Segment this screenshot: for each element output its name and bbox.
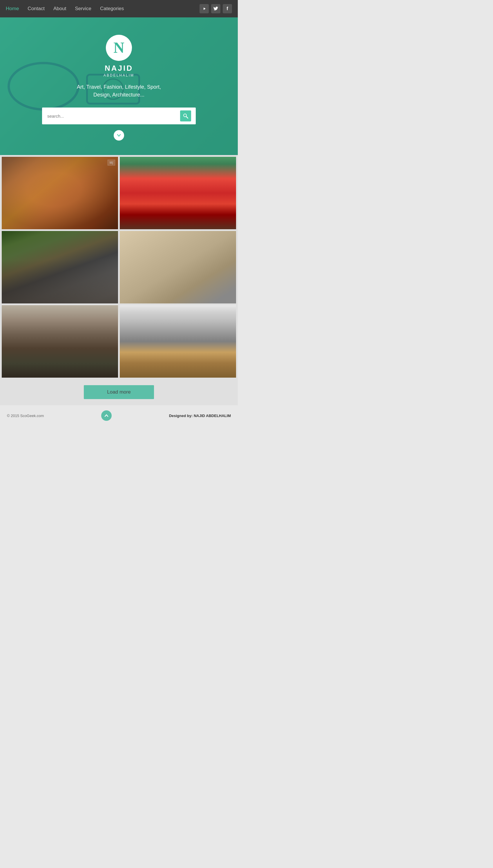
navbar: Home Contact About Service Categories f	[0, 0, 238, 17]
gallery-image-street	[2, 231, 118, 303]
brand-subtitle: ABDELHALIM	[6, 73, 232, 77]
gallery-image-bicycle	[2, 305, 118, 378]
nav-links: Home Contact About Service Categories	[6, 6, 199, 12]
credit-prefix: Designed by:	[169, 414, 194, 418]
copyright: © 2015 ScoGeek.com	[7, 414, 44, 418]
credit-name: NAJID ABDELHALIM	[194, 414, 231, 418]
footer: © 2015 ScoGeek.com Designed by: NAJID AB…	[0, 405, 238, 426]
gallery-image-fruits	[120, 157, 236, 229]
svg-line-6	[186, 116, 188, 118]
gallery-item[interactable]	[120, 305, 236, 378]
gallery-item[interactable]	[2, 231, 118, 303]
brand-name: NAJID	[6, 64, 232, 73]
nav-categories[interactable]: Categories	[100, 6, 124, 12]
scroll-top-button[interactable]	[101, 410, 112, 421]
search-bar	[42, 108, 196, 124]
gallery-image-monk	[2, 157, 118, 229]
gallery-item[interactable]: M∫	[2, 157, 118, 229]
logo-circle: N	[106, 35, 132, 61]
search-input[interactable]	[42, 108, 175, 124]
logo-letter: N	[113, 40, 124, 55]
hero-tagline: Art, Travel, Fashion, Lifestyle, Sport,D…	[6, 83, 232, 99]
youtube-icon[interactable]	[199, 4, 209, 13]
nav-home[interactable]: Home	[6, 6, 19, 12]
gallery-item[interactable]	[2, 305, 118, 378]
footer-credit: Designed by: NAJID ABDELHALIM	[169, 414, 231, 418]
search-button[interactable]	[175, 108, 196, 124]
gallery-item[interactable]	[120, 231, 236, 303]
twitter-icon[interactable]	[211, 4, 220, 13]
nav-service[interactable]: Service	[75, 6, 91, 12]
image-badge: M∫	[108, 160, 115, 165]
hero-section: N NAJID ABDELHALIM Art, Travel, Fashion,…	[0, 17, 238, 155]
social-icons: f	[199, 4, 232, 13]
nav-contact[interactable]: Contact	[27, 6, 45, 12]
load-more-button[interactable]: Load more	[84, 385, 154, 399]
facebook-icon[interactable]: f	[223, 4, 232, 13]
nav-about[interactable]: About	[53, 6, 66, 12]
hero-content: N NAJID ABDELHALIM Art, Travel, Fashion,…	[6, 35, 232, 141]
gallery-image-crowd	[120, 305, 236, 378]
gallery-item[interactable]	[120, 157, 236, 229]
search-icon	[180, 110, 191, 121]
gallery-image-graffiti	[120, 231, 236, 303]
load-more-section: Load more	[0, 380, 238, 405]
gallery-grid: M∫	[0, 155, 238, 380]
scroll-down-button[interactable]	[114, 130, 124, 141]
